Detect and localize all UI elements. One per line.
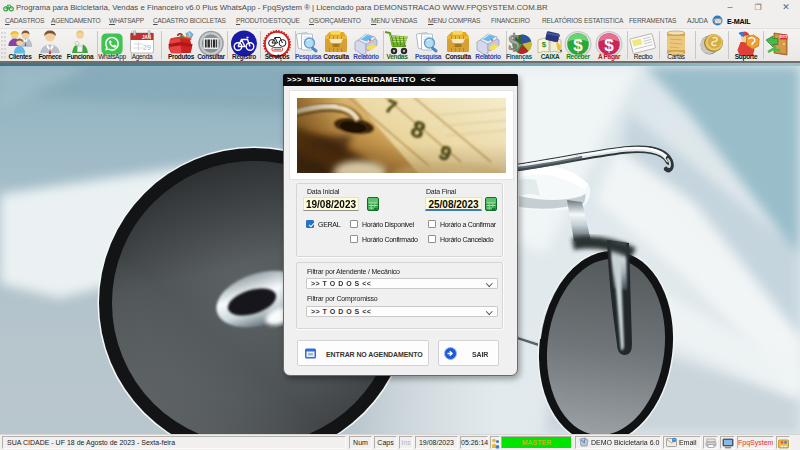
svg-text:JAN: JAN xyxy=(142,35,151,40)
svg-text:$: $ xyxy=(508,30,520,55)
svg-text:$: $ xyxy=(542,40,547,49)
svg-text:29: 29 xyxy=(143,44,151,51)
svg-text:EXIT: EXIT xyxy=(780,35,788,39)
